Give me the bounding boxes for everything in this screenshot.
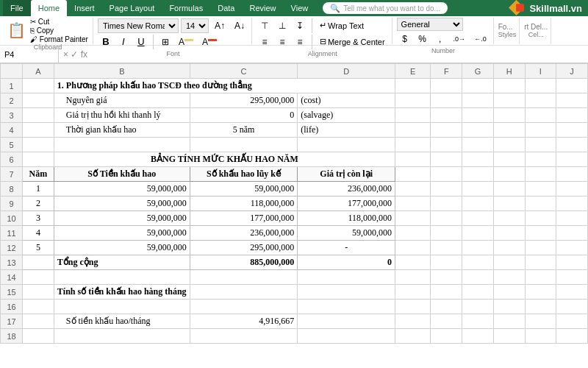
cell-i5[interactable] [525, 138, 556, 152]
cell-f15[interactable] [431, 285, 462, 300]
page-layout-tab[interactable]: Page Layout [102, 1, 162, 15]
align-bottom-button[interactable]: ↧ [292, 18, 308, 34]
cell-h3[interactable] [493, 108, 525, 123]
font-size-select[interactable]: 14 [181, 18, 209, 33]
cell-e4[interactable] [395, 123, 431, 138]
cell-e7[interactable] [395, 167, 431, 182]
col-header-a[interactable]: A [23, 64, 54, 79]
cell-e13[interactable] [395, 255, 431, 270]
cell-i15[interactable] [525, 285, 556, 300]
cell-a13[interactable] [23, 255, 54, 270]
cell-i2[interactable] [525, 93, 556, 108]
cell-d16[interactable] [298, 300, 395, 314]
cell-a8[interactable]: 1 [23, 182, 54, 197]
cell-e12[interactable] [395, 241, 431, 255]
row-header[interactable]: 1 [1, 79, 23, 93]
cell-a3[interactable] [23, 108, 54, 123]
align-right-button[interactable]: ≡ [292, 34, 308, 50]
col-header-c[interactable]: C [190, 64, 297, 79]
percent-button[interactable]: % [415, 31, 431, 47]
cell-j5[interactable] [556, 138, 588, 152]
cell-g6[interactable] [462, 152, 494, 167]
cell-a7[interactable]: Năm [23, 167, 54, 182]
cell-c12[interactable]: 295,000,000 [190, 241, 297, 255]
cell-j10[interactable] [556, 211, 588, 226]
align-center-button[interactable]: ≡ [274, 34, 290, 50]
cell-f12[interactable] [431, 241, 462, 255]
cell-d10[interactable]: 118,000,000 [298, 211, 395, 226]
formulas-tab[interactable]: Formulas [162, 1, 210, 15]
cell-f13[interactable] [431, 255, 462, 270]
cell-e17[interactable] [395, 314, 431, 329]
cell-j1[interactable] [556, 79, 588, 93]
data-tab[interactable]: Data [210, 1, 242, 15]
cell-f6[interactable] [431, 152, 462, 167]
cell-i12[interactable] [525, 241, 556, 255]
cell-f18[interactable] [431, 329, 462, 344]
cell-g8[interactable] [462, 182, 494, 197]
cell-d2[interactable]: (cost) [298, 93, 395, 108]
row-header[interactable]: 16 [1, 300, 23, 314]
row-header[interactable]: 14 [1, 270, 23, 285]
cell-e10[interactable] [395, 211, 431, 226]
cell-g1[interactable] [462, 79, 494, 93]
cell-e8[interactable] [395, 182, 431, 197]
cell-d5[interactable] [298, 138, 395, 152]
cell-f11[interactable] [431, 226, 462, 241]
wrap-text-button[interactable]: ↵ Wrap Text [316, 19, 368, 32]
cell-c11[interactable]: 236,000,000 [190, 226, 297, 241]
cell-g10[interactable] [462, 211, 494, 226]
cell-j7[interactable] [556, 167, 588, 182]
cell-g2[interactable] [462, 93, 494, 108]
cell-a15[interactable] [23, 285, 54, 300]
cell-h16[interactable] [493, 300, 525, 314]
cell-j6[interactable] [556, 152, 588, 167]
cell-i9[interactable] [525, 197, 556, 211]
row-header[interactable]: 18 [1, 329, 23, 344]
cell-h9[interactable] [493, 197, 525, 211]
format-painter-button[interactable]: 🖌 Format Painter [29, 35, 90, 43]
cell-d13[interactable]: 0 [298, 255, 395, 270]
row-header[interactable]: 15 [1, 285, 23, 300]
cell-e5[interactable] [395, 138, 431, 152]
cell-b2[interactable]: Nguyên giá [54, 93, 190, 108]
cell-d4[interactable]: (life) [298, 123, 395, 138]
cell-j8[interactable] [556, 182, 588, 197]
cell-g18[interactable] [462, 329, 494, 344]
cell-e3[interactable] [395, 108, 431, 123]
cell-a2[interactable] [23, 93, 54, 108]
cell-h8[interactable] [493, 182, 525, 197]
paste-button[interactable]: 📋 [6, 21, 27, 39]
decrease-decimal-button[interactable]: ←.0 [470, 31, 490, 47]
cell-d9[interactable]: 177,000,000 [298, 197, 395, 211]
cell-c5[interactable] [190, 138, 297, 152]
cell-j18[interactable] [556, 329, 588, 344]
cut-button[interactable]: ✂ Cut [29, 18, 90, 26]
cell-j17[interactable] [556, 314, 588, 329]
align-left-button[interactable]: ≡ [257, 34, 273, 50]
cell-h17[interactable] [493, 314, 525, 329]
cell-f7[interactable] [431, 167, 462, 182]
cell-a10[interactable]: 3 [23, 211, 54, 226]
cell-i4[interactable] [525, 123, 556, 138]
bold-button[interactable]: B [98, 34, 114, 50]
row-header[interactable]: 13 [1, 255, 23, 270]
cell-i7[interactable] [525, 167, 556, 182]
cell-a1[interactable] [23, 79, 54, 93]
dollar-button[interactable]: $ [397, 31, 413, 47]
cell-f8[interactable] [431, 182, 462, 197]
home-tab[interactable]: Home [31, 0, 67, 16]
cell-f4[interactable] [431, 123, 462, 138]
cell-g4[interactable] [462, 123, 494, 138]
cell-a18[interactable] [23, 329, 54, 344]
cell-d8[interactable]: 236,000,000 [298, 182, 395, 197]
cell-c18[interactable] [190, 329, 297, 344]
cell-b16[interactable] [54, 300, 190, 314]
cell-j15[interactable] [556, 285, 588, 300]
cell-g13[interactable] [462, 255, 494, 270]
row-header[interactable]: 6 [1, 152, 23, 167]
cell-h10[interactable] [493, 211, 525, 226]
row-header[interactable]: 9 [1, 197, 23, 211]
cell-b13[interactable]: Tổng cộng [54, 255, 190, 270]
cell-d3[interactable]: (salvage) [298, 108, 395, 123]
